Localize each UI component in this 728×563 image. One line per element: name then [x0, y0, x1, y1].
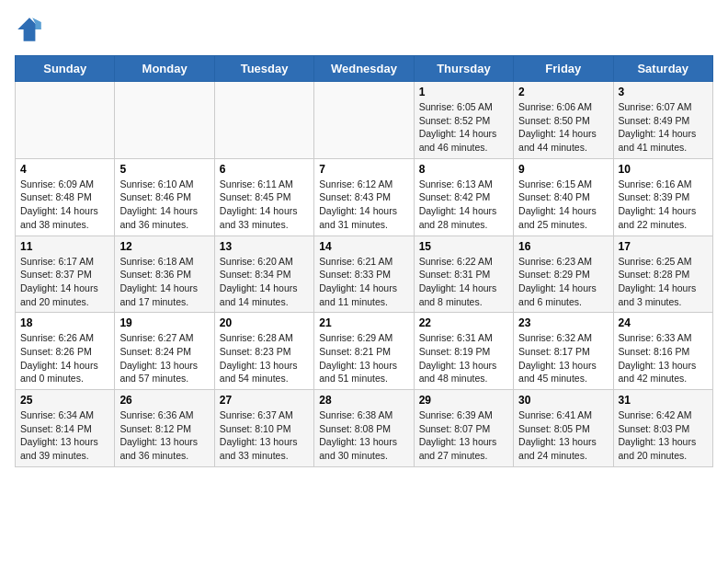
- calendar-cell: 6Sunrise: 6:11 AM Sunset: 8:45 PM Daylig…: [214, 158, 313, 236]
- weekday-header-sunday: Sunday: [16, 56, 115, 82]
- day-info: Sunrise: 6:11 AM Sunset: 8:45 PM Dayligh…: [220, 178, 309, 232]
- day-number: 29: [419, 394, 508, 407]
- day-info: Sunrise: 6:33 AM Sunset: 8:16 PM Dayligh…: [619, 331, 708, 385]
- weekday-header-wednesday: Wednesday: [314, 56, 414, 82]
- day-info: Sunrise: 6:15 AM Sunset: 8:40 PM Dayligh…: [518, 178, 608, 232]
- day-number: 20: [220, 316, 309, 329]
- day-number: 6: [220, 163, 309, 176]
- day-number: 13: [220, 240, 309, 253]
- day-number: 17: [619, 240, 708, 253]
- calendar-cell: 19Sunrise: 6:27 AM Sunset: 8:24 PM Dayli…: [115, 313, 214, 390]
- day-number: 4: [20, 163, 109, 176]
- day-info: Sunrise: 6:07 AM Sunset: 8:49 PM Dayligh…: [619, 100, 708, 155]
- calendar-cell: 4Sunrise: 6:09 AM Sunset: 8:48 PM Daylig…: [16, 158, 115, 236]
- calendar-cell: 15Sunrise: 6:22 AM Sunset: 8:31 PM Dayli…: [414, 236, 513, 313]
- day-number: 9: [518, 163, 608, 176]
- day-info: Sunrise: 6:26 AM Sunset: 8:26 PM Dayligh…: [20, 331, 109, 385]
- day-number: 8: [419, 163, 508, 176]
- week-row-4: 18Sunrise: 6:26 AM Sunset: 8:26 PM Dayli…: [16, 313, 713, 390]
- day-number: 23: [518, 316, 608, 329]
- calendar-cell: 3Sunrise: 6:07 AM Sunset: 8:49 PM Daylig…: [613, 82, 712, 159]
- calendar-cell: 21Sunrise: 6:29 AM Sunset: 8:21 PM Dayli…: [314, 313, 414, 390]
- calendar-cell: 2Sunrise: 6:06 AM Sunset: 8:50 PM Daylig…: [514, 82, 613, 159]
- calendar-cell: [16, 82, 115, 159]
- day-info: Sunrise: 6:27 AM Sunset: 8:24 PM Dayligh…: [119, 331, 209, 385]
- day-number: 24: [619, 316, 708, 329]
- weekday-header-monday: Monday: [115, 56, 214, 82]
- day-number: 14: [319, 240, 408, 253]
- calendar-cell: 17Sunrise: 6:25 AM Sunset: 8:28 PM Dayli…: [613, 236, 712, 313]
- day-number: 5: [119, 163, 209, 176]
- day-number: 31: [619, 394, 708, 407]
- day-info: Sunrise: 6:29 AM Sunset: 8:21 PM Dayligh…: [319, 331, 408, 385]
- day-info: Sunrise: 6:38 AM Sunset: 8:08 PM Dayligh…: [319, 408, 408, 463]
- calendar-cell: 31Sunrise: 6:42 AM Sunset: 8:03 PM Dayli…: [613, 390, 712, 467]
- day-number: 3: [619, 86, 708, 98]
- day-number: 18: [20, 316, 109, 329]
- calendar-cell: 24Sunrise: 6:33 AM Sunset: 8:16 PM Dayli…: [613, 313, 712, 390]
- day-number: 15: [419, 240, 508, 253]
- calendar-cell: 12Sunrise: 6:18 AM Sunset: 8:36 PM Dayli…: [115, 236, 214, 313]
- calendar-cell: 22Sunrise: 6:31 AM Sunset: 8:19 PM Dayli…: [414, 313, 513, 390]
- day-info: Sunrise: 6:37 AM Sunset: 8:10 PM Dayligh…: [220, 408, 309, 463]
- day-number: 27: [220, 394, 309, 407]
- week-row-3: 11Sunrise: 6:17 AM Sunset: 8:37 PM Dayli…: [16, 236, 713, 313]
- day-number: 28: [319, 394, 408, 407]
- day-number: 7: [319, 163, 408, 176]
- day-info: Sunrise: 6:34 AM Sunset: 8:14 PM Dayligh…: [20, 408, 109, 463]
- day-number: 10: [619, 163, 708, 176]
- calendar-cell: 18Sunrise: 6:26 AM Sunset: 8:26 PM Dayli…: [16, 313, 115, 390]
- calendar-cell: 9Sunrise: 6:15 AM Sunset: 8:40 PM Daylig…: [514, 158, 613, 236]
- day-info: Sunrise: 6:32 AM Sunset: 8:17 PM Dayligh…: [518, 331, 608, 385]
- day-number: 30: [518, 394, 608, 407]
- day-number: 11: [20, 240, 109, 253]
- calendar-cell: 7Sunrise: 6:12 AM Sunset: 8:43 PM Daylig…: [314, 158, 414, 236]
- calendar-cell: [214, 82, 313, 159]
- day-info: Sunrise: 6:31 AM Sunset: 8:19 PM Dayligh…: [419, 331, 508, 385]
- day-info: Sunrise: 6:42 AM Sunset: 8:03 PM Dayligh…: [619, 408, 708, 463]
- weekday-header-thursday: Thursday: [414, 56, 513, 82]
- day-info: Sunrise: 6:39 AM Sunset: 8:07 PM Dayligh…: [419, 408, 508, 463]
- week-row-1: 1Sunrise: 6:05 AM Sunset: 8:52 PM Daylig…: [16, 82, 713, 159]
- calendar-cell: 8Sunrise: 6:13 AM Sunset: 8:42 PM Daylig…: [414, 158, 513, 236]
- day-info: Sunrise: 6:21 AM Sunset: 8:33 PM Dayligh…: [319, 255, 408, 309]
- calendar-cell: 13Sunrise: 6:20 AM Sunset: 8:34 PM Dayli…: [214, 236, 313, 313]
- calendar-cell: 20Sunrise: 6:28 AM Sunset: 8:23 PM Dayli…: [214, 313, 313, 390]
- day-info: Sunrise: 6:41 AM Sunset: 8:05 PM Dayligh…: [518, 408, 608, 463]
- day-number: 26: [119, 394, 209, 407]
- week-row-2: 4Sunrise: 6:09 AM Sunset: 8:48 PM Daylig…: [16, 158, 713, 236]
- day-info: Sunrise: 6:06 AM Sunset: 8:50 PM Dayligh…: [518, 100, 608, 155]
- day-number: 19: [119, 316, 209, 329]
- calendar-cell: 23Sunrise: 6:32 AM Sunset: 8:17 PM Dayli…: [514, 313, 613, 390]
- day-info: Sunrise: 6:22 AM Sunset: 8:31 PM Dayligh…: [419, 255, 508, 309]
- calendar-cell: [314, 82, 414, 159]
- calendar-cell: 11Sunrise: 6:17 AM Sunset: 8:37 PM Dayli…: [16, 236, 115, 313]
- day-info: Sunrise: 6:18 AM Sunset: 8:36 PM Dayligh…: [119, 255, 209, 309]
- day-info: Sunrise: 6:05 AM Sunset: 8:52 PM Dayligh…: [419, 100, 508, 155]
- week-row-5: 25Sunrise: 6:34 AM Sunset: 8:14 PM Dayli…: [16, 390, 713, 467]
- day-info: Sunrise: 6:28 AM Sunset: 8:23 PM Dayligh…: [220, 331, 309, 385]
- logo: [15, 15, 48, 44]
- day-info: Sunrise: 6:25 AM Sunset: 8:28 PM Dayligh…: [619, 255, 708, 309]
- calendar-cell: 29Sunrise: 6:39 AM Sunset: 8:07 PM Dayli…: [414, 390, 513, 467]
- calendar-cell: 16Sunrise: 6:23 AM Sunset: 8:29 PM Dayli…: [514, 236, 613, 313]
- day-info: Sunrise: 6:12 AM Sunset: 8:43 PM Dayligh…: [319, 178, 408, 232]
- calendar-cell: 1Sunrise: 6:05 AM Sunset: 8:52 PM Daylig…: [414, 82, 513, 159]
- day-number: 12: [119, 240, 209, 253]
- calendar-cell: 10Sunrise: 6:16 AM Sunset: 8:39 PM Dayli…: [613, 158, 712, 236]
- calendar-table: SundayMondayTuesdayWednesdayThursdayFrid…: [15, 55, 713, 467]
- calendar-cell: 27Sunrise: 6:37 AM Sunset: 8:10 PM Dayli…: [214, 390, 313, 467]
- page-header: [15, 15, 713, 44]
- day-info: Sunrise: 6:16 AM Sunset: 8:39 PM Dayligh…: [619, 178, 708, 232]
- weekday-header-friday: Friday: [514, 56, 613, 82]
- calendar-cell: 25Sunrise: 6:34 AM Sunset: 8:14 PM Dayli…: [16, 390, 115, 467]
- day-number: 22: [419, 316, 508, 329]
- calendar-cell: 5Sunrise: 6:10 AM Sunset: 8:46 PM Daylig…: [115, 158, 214, 236]
- day-info: Sunrise: 6:17 AM Sunset: 8:37 PM Dayligh…: [20, 255, 109, 309]
- day-info: Sunrise: 6:36 AM Sunset: 8:12 PM Dayligh…: [119, 408, 209, 463]
- day-number: 2: [518, 86, 608, 98]
- day-info: Sunrise: 6:23 AM Sunset: 8:29 PM Dayligh…: [518, 255, 608, 309]
- calendar-cell: [115, 82, 214, 159]
- logo-icon: [15, 15, 44, 44]
- day-number: 25: [20, 394, 109, 407]
